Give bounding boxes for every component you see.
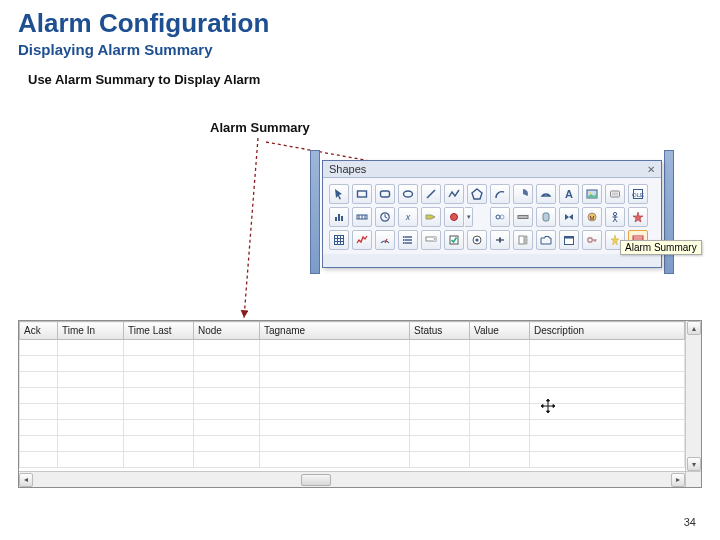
radio-icon[interactable] (467, 230, 487, 250)
instruction-text: Use Alarm Summary to Display Alarm (0, 72, 720, 95)
scroll-up-icon[interactable]: ▴ (687, 321, 701, 335)
svg-point-4 (404, 191, 413, 197)
svg-rect-36 (335, 236, 344, 245)
page-number: 34 (684, 516, 696, 528)
scroll-thumb[interactable] (301, 474, 331, 486)
chord-icon[interactable] (536, 184, 556, 204)
animation-icon[interactable] (490, 207, 510, 227)
horizontal-scrollbar[interactable]: ◂ ▸ (19, 471, 685, 487)
ruler-right (664, 150, 674, 274)
tag-icon[interactable] (421, 207, 441, 227)
pipe-icon[interactable] (513, 207, 533, 227)
svg-rect-54 (519, 236, 524, 244)
table-row (20, 340, 685, 356)
actor-icon[interactable] (605, 207, 625, 227)
col-description[interactable]: Description (530, 322, 685, 340)
grid-icon[interactable] (329, 230, 349, 250)
scroll-corner (685, 471, 701, 487)
svg-line-22 (385, 217, 387, 218)
checkbox-icon[interactable] (444, 230, 464, 250)
svg-text:M: M (590, 215, 595, 221)
svg-rect-13 (335, 217, 337, 221)
col-time-last[interactable]: Time Last (124, 322, 194, 340)
ellipse-icon[interactable] (398, 184, 418, 204)
polygon-icon[interactable] (467, 184, 487, 204)
page-subtitle: Displaying Alarm Summary (0, 41, 720, 72)
scroll-left-icon[interactable]: ◂ (19, 473, 33, 487)
scroll-right-icon[interactable]: ▸ (671, 473, 685, 487)
bitmap-icon[interactable] (582, 184, 602, 204)
table-row (20, 388, 685, 404)
pointer-icon[interactable] (329, 184, 349, 204)
variable-icon[interactable]: x (398, 207, 418, 227)
datalink-icon[interactable] (352, 207, 372, 227)
line-icon[interactable] (421, 184, 441, 204)
combo-icon[interactable] (421, 230, 441, 250)
svg-rect-27 (518, 216, 528, 219)
alarm-summary-tooltip: Alarm Summary (620, 240, 702, 255)
tab-icon[interactable] (536, 230, 556, 250)
alarm-summary-label: Alarm Summary (210, 120, 310, 135)
table-row (20, 356, 685, 372)
ole-object-icon[interactable]: OLE (628, 184, 648, 204)
table-row (20, 420, 685, 436)
spinner-icon[interactable] (513, 230, 533, 250)
ruler-left (310, 150, 320, 274)
svg-point-45 (403, 236, 405, 238)
pie-icon[interactable] (513, 184, 533, 204)
svg-point-46 (403, 239, 405, 241)
scroll-track[interactable] (33, 473, 671, 487)
scroll-down-icon[interactable]: ▾ (687, 457, 701, 471)
svg-rect-14 (338, 214, 340, 221)
tank-icon[interactable] (536, 207, 556, 227)
vertical-scrollbar[interactable]: ▴ ▾ (685, 321, 701, 471)
button-icon[interactable] (605, 184, 625, 204)
shapes-panel: Shapes ✕ A OLE x ▾ M (322, 160, 662, 268)
key-icon[interactable] (582, 230, 602, 250)
timedate-icon[interactable] (375, 207, 395, 227)
table-row (20, 436, 685, 452)
svg-point-47 (403, 242, 405, 244)
custom-shape-icon[interactable] (628, 207, 648, 227)
arrow-to-alarm-table (240, 138, 280, 328)
svg-point-24 (451, 214, 458, 221)
svg-point-57 (588, 238, 592, 242)
col-tagname[interactable]: Tagname (260, 322, 410, 340)
valve-icon[interactable] (559, 207, 579, 227)
motor-icon[interactable]: M (582, 207, 602, 227)
rectangle-icon[interactable] (352, 184, 372, 204)
svg-point-51 (475, 238, 478, 241)
chevron-down-icon[interactable]: ▾ (465, 207, 473, 227)
gauge-icon[interactable] (375, 230, 395, 250)
slider-icon[interactable] (490, 230, 510, 250)
text-icon[interactable]: A (559, 184, 579, 204)
pushbutton-icon[interactable] (444, 207, 464, 227)
alarm-summary-grid: Ack Time In Time Last Node Tagname Statu… (19, 321, 685, 468)
table-row (20, 372, 685, 388)
calendar-icon[interactable] (559, 230, 579, 250)
svg-line-5 (427, 190, 435, 198)
col-value[interactable]: Value (470, 322, 530, 340)
col-node[interactable]: Node (194, 322, 260, 340)
chart-icon[interactable] (329, 207, 349, 227)
table-row (20, 404, 685, 420)
shapes-panel-titlebar: Shapes ✕ (323, 161, 661, 178)
arc-icon[interactable] (490, 184, 510, 204)
svg-rect-56 (565, 237, 574, 239)
svg-line-35 (615, 219, 617, 222)
col-time-in[interactable]: Time In (58, 322, 124, 340)
trend-icon[interactable] (352, 230, 372, 250)
shapes-panel-title: Shapes (329, 163, 366, 175)
svg-point-26 (500, 215, 504, 219)
table-header-row: Ack Time In Time Last Node Tagname Statu… (20, 322, 685, 340)
svg-rect-10 (612, 193, 618, 196)
close-icon[interactable]: ✕ (647, 164, 655, 175)
col-ack[interactable]: Ack (20, 322, 58, 340)
table-row (20, 452, 685, 468)
list-icon[interactable] (398, 230, 418, 250)
svg-rect-28 (543, 213, 549, 221)
rounded-rectangle-icon[interactable] (375, 184, 395, 204)
col-status[interactable]: Status (410, 322, 470, 340)
polyline-icon[interactable] (444, 184, 464, 204)
alarm-summary-object[interactable]: Ack Time In Time Last Node Tagname Statu… (18, 320, 702, 488)
